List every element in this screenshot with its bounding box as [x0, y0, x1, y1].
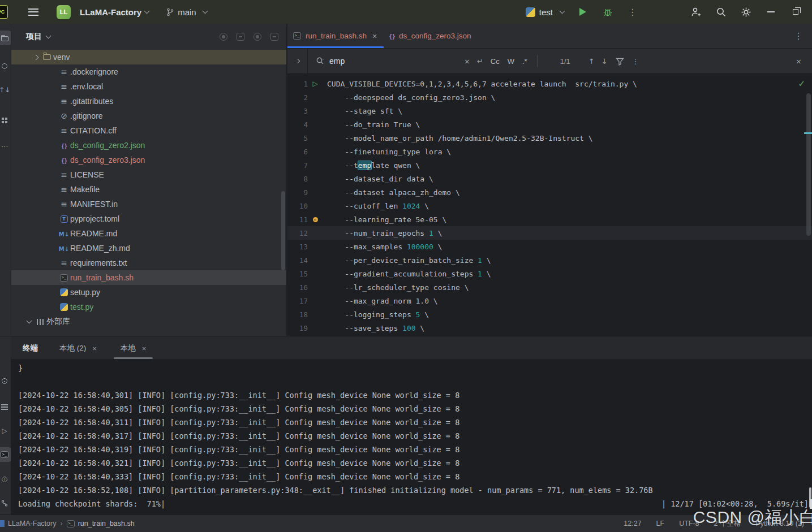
python-packages-tool-icon[interactable]: • [0, 374, 11, 388]
branch-selector[interactable]: main [166, 7, 207, 17]
problems-tool-icon[interactable]: ! [0, 472, 11, 487]
pull-requests-tool-icon[interactable]: ↑↓ [0, 83, 11, 97]
breadcrumb-file[interactable]: run_train_bash.sh [67, 520, 135, 527]
code-line[interactable]: 16 --lr_scheduler_type cosine \ [287, 280, 812, 294]
code-line[interactable]: 19 --save_steps 100 \ [287, 321, 812, 335]
services-tool-icon[interactable] [0, 400, 11, 414]
tree-chevron-icon[interactable] [24, 321, 34, 323]
close-icon[interactable]: × [372, 32, 377, 41]
terminal-tab-local-2[interactable]: 本地 (2) × [51, 343, 105, 359]
settings-button[interactable] [740, 6, 752, 18]
close-icon[interactable]: × [92, 344, 97, 353]
editor-scrollbar[interactable] [806, 93, 811, 236]
tree-item[interactable]: ds_config_zero2.json [11, 138, 286, 153]
tree-item[interactable]: ds_config_zero3.json [11, 153, 286, 167]
code-line[interactable]: 7 --template qwen \ [287, 158, 812, 172]
run-button[interactable] [577, 6, 589, 18]
tree-item[interactable]: venv [11, 50, 286, 64]
debug-button[interactable] [602, 6, 614, 18]
tree-item[interactable]: CITATION.cff [11, 123, 286, 138]
whole-words-button[interactable]: W [504, 57, 518, 66]
terminal-tool-label[interactable]: 终端 [23, 343, 44, 359]
tree-scrollbar[interactable] [281, 191, 285, 270]
code-line[interactable]: 9 --dataset alpaca_zh_demo \ [287, 185, 812, 199]
previous-match-button[interactable]: ↑ [585, 57, 598, 66]
terminal-tab-local[interactable]: 本地 × [113, 343, 154, 359]
gutter-icon[interactable] [308, 80, 323, 88]
panel-settings-icon[interactable] [254, 33, 261, 41]
tree-item[interactable]: LICENSE [11, 167, 286, 182]
close-icon[interactable]: × [142, 344, 147, 353]
match-case-button[interactable]: Cc [487, 57, 504, 66]
tree-item[interactable]: README.md [11, 226, 286, 241]
code-line[interactable]: 17 --max_grad_norm 1.0 \ [287, 294, 812, 308]
close-search-button[interactable]: × [792, 57, 812, 66]
code-with-me-button[interactable] [690, 6, 702, 18]
more-actions-button[interactable]: ⋮ [626, 6, 639, 18]
locate-file-icon[interactable] [220, 33, 227, 41]
tree-item[interactable]: test.py [11, 300, 286, 314]
filter-icon[interactable] [616, 57, 624, 66]
code-editor[interactable]: 1 CUDA_VISIBLE_DEVICES=0,1,2,3,4,5,6,7 a… [287, 74, 812, 336]
structure-tool-icon[interactable] [0, 113, 11, 128]
code-line[interactable]: 12 --num_train_epochs 1 \ [287, 226, 812, 240]
tab-run-train-bash[interactable]: run_train_bash.sh × [287, 24, 384, 48]
tree-item[interactable]: .env.local [11, 79, 286, 94]
gutter-icon[interactable] [308, 217, 323, 222]
tree-item[interactable]: MANIFEST.in [11, 197, 286, 211]
tab-options-button[interactable]: ⋮ [794, 24, 812, 48]
tree-item[interactable]: .gitignore [11, 109, 286, 123]
code-line[interactable]: 18 --logging_steps 5 \ [287, 308, 812, 321]
code-line[interactable]: 14 --per_device_train_batch_size 1 \ [287, 253, 812, 267]
run-configuration-selector[interactable]: test [526, 7, 564, 17]
code-line[interactable]: 1 CUDA_VISIBLE_DEVICES=0,1,2,3,4,5,6,7 a… [287, 77, 812, 90]
tree-item[interactable]: README_zh.md [11, 241, 286, 256]
tree-chevron-icon[interactable] [31, 55, 41, 59]
caret-position[interactable]: 12:27 [624, 520, 641, 527]
more-tools-icon[interactable]: ⋯ [0, 139, 11, 154]
code-line[interactable]: 8 --dataset_dir data \ [287, 172, 812, 185]
search-match-stripe[interactable] [804, 132, 812, 134]
version-control-tool-icon[interactable] [0, 496, 11, 511]
hide-panel-icon[interactable] [270, 33, 278, 41]
code-line[interactable]: 11 --learning_rate 5e-05 \ [287, 213, 812, 226]
project-tool-icon[interactable] [0, 31, 11, 45]
tab-ds-config-zero3[interactable]: { } ds_config_zero3.json [384, 24, 478, 48]
code-line[interactable]: 5 --model_name_or_path /home/admin1/Qwen… [287, 131, 812, 145]
expand-search-button[interactable] [287, 49, 308, 73]
search-input[interactable]: emp [329, 57, 345, 66]
tree-item[interactable]: Makefile [11, 182, 286, 197]
tree-item[interactable]: .gitattributes [11, 94, 286, 109]
terminal-scrollbar[interactable] [809, 487, 811, 508]
tree-item[interactable]: pyproject.toml [11, 211, 286, 226]
code-line[interactable]: 3 --stage sft \ [287, 104, 812, 118]
newline-icon[interactable]: ↵ [474, 57, 487, 66]
main-menu-icon[interactable] [28, 8, 38, 16]
minimize-button[interactable] [764, 6, 777, 18]
chevron-down-icon[interactable] [46, 33, 51, 38]
line-separator[interactable]: LF [656, 520, 665, 527]
collapse-all-icon[interactable] [237, 33, 244, 41]
clear-search-icon[interactable]: × [461, 57, 474, 66]
commit-tool-icon[interactable] [0, 59, 11, 73]
next-match-button[interactable]: ↓ [598, 57, 611, 66]
terminal-tool-icon[interactable]: >_ [0, 447, 11, 462]
tree-item[interactable]: setup.py [11, 285, 286, 300]
terminal-output[interactable]: }[2024-10-22 16:58:40,301] [INFO] [confi… [11, 359, 812, 514]
search-everywhere-button[interactable] [715, 6, 727, 18]
code-line[interactable]: 15 --gradient_accumulation_steps 1 \ [287, 267, 812, 280]
breadcrumb-project[interactable]: LLaMA-Factory [8, 520, 56, 527]
code-line[interactable]: 4 --do_train True \ [287, 118, 812, 131]
code-line[interactable]: 6 --finetuning_type lora \ [287, 145, 812, 158]
code-line[interactable]: 13 --max_samples 100000 \ [287, 240, 812, 253]
tree-item[interactable]: run_train_bash.sh [11, 270, 286, 285]
tree-item[interactable]: .dockerignore [11, 64, 286, 79]
regex-button[interactable]: .* [518, 57, 531, 66]
search-options-button[interactable]: ⋮ [629, 57, 643, 66]
code-line[interactable]: 10 --cutoff_len 1024 \ [287, 199, 812, 213]
code-line[interactable]: 2 --deepspeed ds_config_zero3.json \ [287, 90, 812, 104]
tree-item[interactable]: 外部库 [11, 314, 286, 329]
project-selector[interactable]: LLaMA-Factory [79, 7, 149, 17]
tree-item[interactable]: requirements.txt [11, 256, 286, 270]
run-tool-icon[interactable]: ▷ [0, 423, 11, 438]
